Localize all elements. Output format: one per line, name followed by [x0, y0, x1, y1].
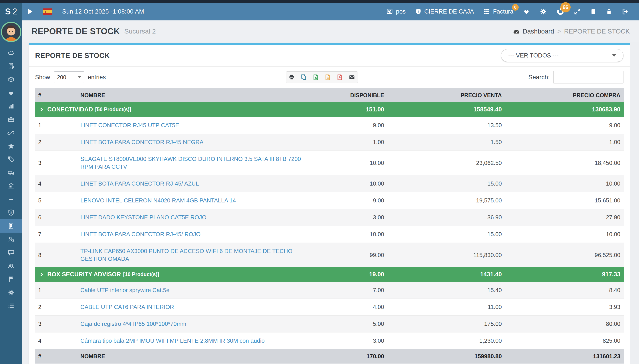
sidebar-item-cloud[interactable]	[0, 46, 22, 60]
table-row: 4 Cámara tipo bala 2MP IMOU WIFI MP LENT…	[35, 332, 624, 349]
excel-export-button[interactable]	[310, 72, 322, 83]
sidebar-item-tags[interactable]	[0, 153, 22, 166]
sidebar: $	[0, 20, 22, 364]
notifications-badge: 66	[560, 2, 571, 12]
sidebar-menu: $	[0, 46, 22, 312]
sidebar-item-stock-report[interactable]	[0, 219, 22, 232]
sidebar-item-money-shield[interactable]: $	[0, 206, 22, 219]
sidebar-item-minus[interactable]	[0, 193, 22, 206]
product-link[interactable]: CABLE UTP CAT6 PARA INTERIOR	[80, 304, 174, 310]
row-sale: 15.00	[388, 175, 505, 192]
group-purchase: 917.33	[505, 267, 624, 282]
expand-chevron-icon	[39, 108, 43, 112]
page-header: REPORTE DE STOCK Sucursal 2 Dashboard > …	[22, 20, 639, 42]
favorites-button[interactable]	[523, 8, 530, 15]
row-sale: 13.50	[388, 117, 505, 134]
row-sale: 175.00	[388, 316, 505, 332]
row-available: 10.00	[317, 151, 388, 175]
print-button[interactable]	[286, 72, 298, 83]
product-link[interactable]: LINET BOTA PARA CONECTOR RJ-45/ ROJO	[80, 231, 201, 238]
table-row: 6 LINET DADO KEYSTONE PLANO CAT5E ROJO 3…	[35, 209, 624, 226]
col-header-disponible[interactable]: DISPONIBLE	[317, 88, 388, 102]
sidebar-item-bank[interactable]	[0, 179, 22, 193]
table-wrapper: # NOMBRE DISPONIBLE PRECIO VENTA PRECIO …	[29, 88, 630, 364]
display-button[interactable]	[590, 8, 596, 15]
sidebar-item-briefcase[interactable]	[0, 113, 22, 126]
row-num: 2	[35, 299, 77, 316]
lock-screen-button[interactable]	[606, 8, 612, 15]
group-label: BOX SECURITY ADVISOR	[47, 270, 121, 278]
sidebar-item-products[interactable]	[0, 73, 22, 86]
sidebar-item-links[interactable]	[0, 126, 22, 140]
row-available: 10.00	[317, 175, 388, 192]
row-sale: 15.00	[388, 226, 505, 243]
shield-dollar-icon: $	[7, 209, 15, 216]
product-link[interactable]: SEAGATE ST8000VE000 SKYHAWK DISCO DURO I…	[80, 156, 301, 170]
spain-flag-icon[interactable]	[43, 8, 53, 15]
search-input[interactable]	[553, 71, 623, 84]
notifications-button[interactable]: 66	[556, 8, 564, 16]
box-icon	[7, 76, 15, 83]
product-link[interactable]: LINET DADO KEYSTONE PLANO CAT5E ROJO	[80, 214, 207, 220]
link-icon	[7, 129, 15, 136]
breadcrumb-current: REPORTE DE STOCK	[564, 28, 630, 35]
col-header-nombre[interactable]: NOMBRE	[77, 88, 317, 102]
copy-button[interactable]	[298, 72, 310, 83]
app-logo[interactable]: S 2	[0, 3, 22, 20]
logout-button[interactable]	[622, 8, 629, 15]
report-icon	[7, 222, 15, 230]
pos-button[interactable]: pos	[386, 8, 406, 15]
sidebar-item-user-search[interactable]	[0, 232, 22, 246]
sidebar-item-invoices[interactable]	[0, 60, 22, 73]
row-available: 10.00	[317, 226, 388, 243]
panel-title: REPORTE DE STOCK	[35, 52, 110, 60]
sidebar-item-reports-chart[interactable]	[0, 100, 22, 113]
product-link[interactable]: LENOVO INTEL CELERON N4020 RAM 4GB PANTA…	[80, 197, 236, 204]
row-available: 99.00	[317, 243, 388, 268]
product-link[interactable]: LINET BOTA PARA CONECTOR RJ-45 NEGRA	[80, 139, 203, 146]
col-header-precio-compra[interactable]: PRECIO COMPRA	[505, 88, 624, 102]
footer-available-total: 170.00	[317, 349, 388, 364]
group-row-conectividad[interactable]: CONECTIVIDAD[50 Product(s)] 151.00 15854…	[35, 102, 624, 117]
product-link[interactable]: Cable UTP interior sprywire Cat.5e	[80, 287, 169, 294]
sidebar-item-customers[interactable]	[0, 259, 22, 272]
sidebar-toggle-button[interactable]	[27, 8, 33, 15]
sidebar-item-messages[interactable]	[0, 246, 22, 259]
breadcrumb-dashboard-link[interactable]: Dashboard	[513, 28, 554, 35]
search-label: Search:	[528, 74, 550, 81]
group-row-box-security-advisor[interactable]: BOX SECURITY ADVISOR[10 Product(s)] 19.0…	[35, 267, 624, 282]
pdf-export-button[interactable]	[334, 72, 346, 83]
table-row: 8 TP-LINK EAP650 AX3000 PUNTO DE ACCESO …	[35, 243, 624, 268]
user-avatar[interactable]	[1, 22, 21, 42]
col-header-num[interactable]: #	[35, 88, 77, 102]
factura-button[interactable]: Factura 0	[483, 8, 513, 15]
file-lines-icon	[324, 74, 331, 80]
product-link[interactable]: Cámara tipo bala 2MP IMOU WIFI MP LENTE …	[80, 337, 265, 344]
sidebar-item-favorites[interactable]	[0, 86, 22, 100]
col-header-precio-venta[interactable]: PRECIO VENTA	[388, 88, 505, 102]
sidebar-item-lists[interactable]	[0, 299, 22, 312]
heart-icon	[7, 89, 15, 96]
sidebar-item-flags[interactable]	[0, 272, 22, 286]
csv-export-button[interactable]	[322, 72, 334, 83]
cierre-de-caja-button[interactable]: CIERRE DE CAJA	[415, 8, 474, 15]
sidebar-item-shipping[interactable]	[0, 166, 22, 179]
entries-select[interactable]: 200	[54, 72, 84, 83]
row-purchase: 18,450.00	[505, 151, 624, 175]
product-link[interactable]: TP-LINK EAP650 AX3000 PUNTO DE ACCESO WI…	[80, 248, 292, 262]
category-filter-select[interactable]: --- VER TODOS ---	[501, 49, 623, 62]
settings-button[interactable]	[539, 8, 547, 15]
sidebar-item-settings[interactable]	[0, 286, 22, 299]
table-row: 7 LINET BOTA PARA CONECTOR RJ-45/ ROJO 1…	[35, 226, 624, 243]
product-link[interactable]: LINET BOTA PARA CONECTOR RJ-45/ AZUL	[80, 180, 199, 187]
row-num: 6	[35, 209, 77, 226]
product-link[interactable]: Caja de registro 4*4 IP65 100*100*70mm	[80, 320, 186, 327]
row-purchase: 10.00	[505, 226, 624, 243]
sidebar-item-star[interactable]	[0, 140, 22, 153]
group-count: [50 Product(s)]	[95, 106, 131, 114]
stock-report-panel: REPORTE DE STOCK --- VER TODOS --- Show …	[29, 43, 630, 364]
email-button[interactable]	[346, 72, 358, 83]
briefcase-icon	[7, 116, 15, 123]
product-link[interactable]: LINET CONECTOR RJ45 UTP CAT5E	[80, 122, 179, 128]
fullscreen-button[interactable]	[574, 8, 581, 15]
